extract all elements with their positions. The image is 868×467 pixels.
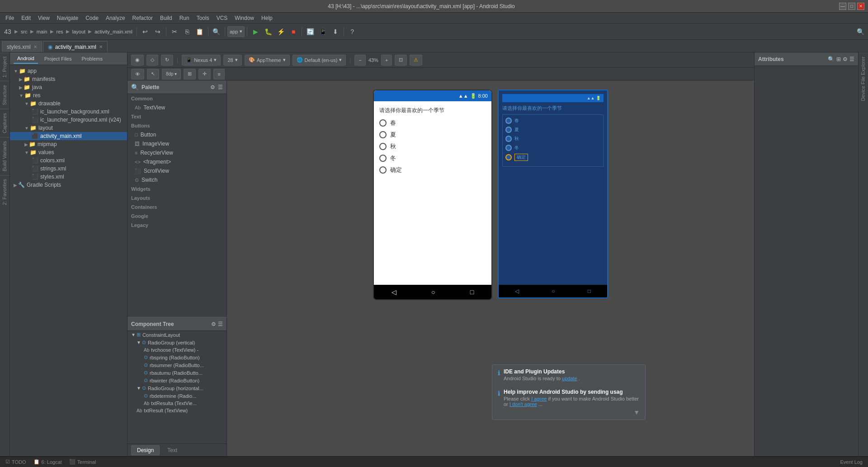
project-tab[interactable]: 1: Project — [0, 52, 9, 81]
tab-text[interactable]: Text — [161, 445, 183, 455]
tree-item-manifests[interactable]: ▶ 📁 manifests — [10, 75, 127, 83]
menu-build[interactable]: Build — [156, 14, 176, 22]
menu-analyze[interactable]: Analyze — [102, 14, 129, 22]
notif-agree-link[interactable]: I agree — [531, 396, 547, 401]
palette-item-button[interactable]: □ Button — [127, 130, 226, 139]
structure-tab[interactable]: Structure — [0, 81, 9, 109]
ct-rbautumu[interactable]: ⊙ rbautumu (RadioButto... — [127, 369, 226, 377]
ct-rbwinter[interactable]: ⊙ rbwinter (RadioButton) — [127, 377, 226, 384]
menu-navigate[interactable]: Navigate — [53, 14, 82, 22]
tree-item-app[interactable]: ▼ 📁 app — [10, 67, 127, 75]
ct-constraint-layout[interactable]: ▼ ⊞ ConstraintLayout — [127, 331, 226, 339]
attributes-tweak-icon[interactable]: ⊞ — [836, 56, 841, 62]
run-config-dropdown[interactable]: app ▾ — [227, 26, 245, 37]
redo-button[interactable]: ↪ — [152, 26, 164, 38]
palette-item-scrollview[interactable]: ⬛ ScrollView — [127, 166, 226, 175]
undo-button[interactable]: ↩ — [139, 26, 151, 38]
constraint-button[interactable]: ⊞ — [184, 69, 196, 80]
attributes-search-icon[interactable]: 🔍 — [828, 56, 835, 62]
ct-rbsummer[interactable]: ⊙ rbsummer (RadioButto... — [127, 361, 226, 369]
ct-rbspring[interactable]: ⊙ rbspring (RadioButton) — [127, 354, 226, 361]
palette-cat-common[interactable]: Common — [127, 94, 226, 103]
palette-gear-icon[interactable]: ⚙ — [210, 84, 215, 90]
tree-item-ic-fg[interactable]: ⬛ ic_launcher_foreground.xml (v24) — [10, 116, 127, 124]
tab-activity-main-close[interactable]: ✕ — [99, 44, 103, 49]
palette-cat-buttons[interactable]: Buttons — [127, 121, 226, 130]
menu-file[interactable]: File — [2, 14, 18, 22]
debug-button[interactable]: 🐛 — [262, 26, 274, 38]
orientation-button[interactable]: ↻ — [161, 55, 173, 66]
palette-item-switch[interactable]: ⊙ Switch — [127, 175, 226, 184]
run-button[interactable]: ▶ — [250, 26, 261, 38]
sync-button[interactable]: 🔄 — [304, 26, 316, 38]
menu-vcs[interactable]: VCS — [213, 14, 231, 22]
palette-cat-legacy[interactable]: Legacy — [127, 221, 226, 230]
palette-item-fragment[interactable]: <> <fragment> — [127, 157, 226, 166]
tree-item-values[interactable]: ▼ 📁 values — [10, 148, 127, 156]
notif-disagree-link[interactable]: I don't agree — [509, 401, 537, 407]
notif-update-link[interactable]: update — [562, 376, 577, 381]
copy-button[interactable]: ⎘ — [181, 26, 193, 38]
tree-item-styles[interactable]: ⬛ styles.xml — [10, 173, 127, 181]
tree-item-gradle[interactable]: ▶ 🔧 Gradle Scripts — [10, 181, 127, 189]
palette-cat-containers[interactable]: Containers — [127, 203, 226, 212]
tree-item-java[interactable]: ▶ 📁 java — [10, 83, 127, 91]
ct-txtresult[interactable]: Ab txtResult (TextView) — [127, 407, 226, 414]
toolbar-file[interactable]: activity_main.xml — [93, 26, 134, 38]
tree-item-mipmap[interactable]: ▶ 📁 mipmap — [10, 140, 127, 148]
tree-item-colors[interactable]: ⬛ colors.xml — [10, 156, 127, 165]
component-tree-settings-icon[interactable]: ☰ — [218, 321, 223, 327]
eye-button[interactable]: 👁 — [131, 69, 144, 80]
tree-item-drawable[interactable]: ▼ 📁 drawable — [10, 99, 127, 108]
favorites-tab[interactable]: 2: Favorites — [0, 175, 9, 208]
margin-button[interactable]: 8dp ▾ — [162, 69, 181, 80]
search-button[interactable]: 🔍 — [211, 26, 222, 38]
tab-styles-xml-close[interactable]: ✕ — [33, 44, 37, 49]
warning-button[interactable]: ⚠ — [410, 55, 422, 66]
avd-button[interactable]: 📱 — [317, 26, 329, 38]
menu-help[interactable]: Help — [258, 14, 276, 22]
ct-rbdetermine[interactable]: ⊙ rbdetermine (Radio... — [127, 392, 226, 400]
design-view-toggle[interactable]: ◉ — [131, 55, 144, 66]
palette-cat-layouts[interactable]: Layouts — [127, 193, 226, 203]
tree-item-res[interactable]: ▼ 📁 res — [10, 91, 127, 99]
toolbar-layout[interactable]: layout — [71, 26, 87, 38]
palette-search-icon[interactable]: 🔍 — [131, 84, 139, 91]
zoom-in-button[interactable]: + — [381, 55, 392, 66]
api-dropdown[interactable]: 28 ▾ — [223, 55, 241, 66]
maximize-button[interactable]: □ — [848, 3, 855, 10]
device-file-explorer-tab[interactable]: Device File Explorer — [859, 52, 868, 104]
todo-tool[interactable]: ☑ TODO — [4, 459, 28, 465]
cursor-button[interactable]: ↖ — [147, 69, 159, 80]
panel-tab-problems[interactable]: Problems — [78, 54, 106, 63]
zoom-out-button[interactable]: − — [354, 55, 365, 66]
ct-txtresulta[interactable]: Ab txtResulta (TextVie... — [127, 400, 226, 407]
close-button[interactable]: ✕ — [857, 3, 864, 10]
menu-tools[interactable]: Tools — [193, 14, 213, 22]
toolbar-src[interactable]: src — [19, 26, 29, 38]
tab-activity-main-xml[interactable]: ◉ activity_main.xml ✕ — [43, 41, 108, 52]
align-button[interactable]: ✛ — [198, 69, 211, 80]
menu-run[interactable]: Run — [176, 14, 193, 22]
logcat-tool[interactable]: 📋 6: Logcat — [32, 459, 64, 465]
toolbar-res[interactable]: res — [55, 26, 65, 38]
toolbar-main[interactable]: main — [35, 26, 49, 38]
palette-item-imageview[interactable]: 🖼 ImageView — [127, 139, 226, 148]
ct-radiogroup-v[interactable]: ▼ ⊙ RadioGroup (vertical) — [127, 339, 226, 346]
palette-item-textview[interactable]: Ab TextView — [127, 103, 226, 112]
search-everywhere-button[interactable]: 🔍 — [854, 26, 866, 38]
terminal-tool[interactable]: ⬛ Terminal — [67, 459, 98, 465]
attributes-gear-icon[interactable]: ⚙ — [843, 56, 848, 62]
menu-code[interactable]: Code — [82, 14, 102, 22]
palette-cat-google[interactable]: Google — [127, 212, 226, 221]
toolbar-breadcrumb[interactable]: 43 — [2, 26, 14, 38]
tree-item-activity-main[interactable]: ⬛ activity_main.xml — [10, 132, 127, 140]
attributes-settings-icon[interactable]: ☰ — [849, 56, 854, 62]
tree-item-strings[interactable]: ⬛ strings.xml — [10, 165, 127, 173]
palette-item-recyclerview[interactable]: ≡ RecyclerView — [127, 148, 226, 157]
captures-tab[interactable]: Captures — [0, 109, 9, 137]
tab-styles-xml[interactable]: styles.xml ✕ — [2, 41, 42, 52]
blueprint-toggle[interactable]: ◇ — [146, 55, 158, 66]
menu-view[interactable]: View — [34, 14, 53, 22]
minimize-button[interactable]: — — [839, 3, 846, 10]
